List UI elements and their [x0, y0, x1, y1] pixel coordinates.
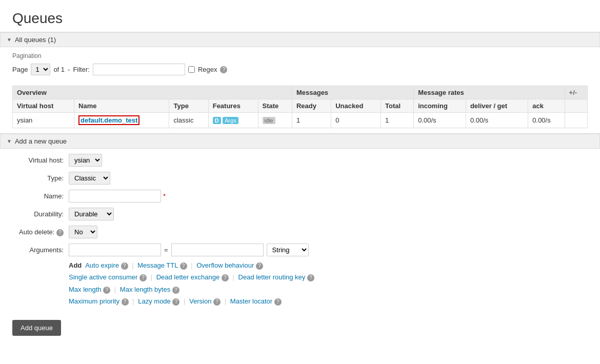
- queues-table: Overview Messages Message rates +/- Virt…: [12, 86, 588, 128]
- master-locator-help[interactable]: ?: [274, 298, 282, 306]
- name-label: Name:: [12, 192, 69, 200]
- add-link-max-length[interactable]: Max length: [69, 286, 102, 293]
- cell-total: 1: [381, 113, 414, 128]
- col-ack: ack: [528, 99, 565, 113]
- type-label: Type:: [12, 174, 69, 182]
- arg-key-input[interactable]: [69, 244, 161, 256]
- col-ready: Ready: [292, 99, 331, 113]
- cell-actions: [565, 113, 587, 128]
- add-link-dead-letter-routing-key[interactable]: Dead letter routing key: [238, 273, 306, 281]
- all-queues-section-header: ▼ All queues (1): [0, 32, 600, 47]
- cell-ack: 0.00/s: [528, 113, 565, 128]
- group-message-rates: Message rates: [414, 86, 565, 99]
- regex-label: Regex: [198, 66, 217, 73]
- add-queue-button[interactable]: Add queue: [12, 320, 61, 336]
- max-length-help[interactable]: ?: [103, 287, 110, 294]
- add-link-single-active-consumer[interactable]: Single active consumer: [69, 273, 137, 281]
- auto-delete-label: Auto delete: ?: [12, 228, 69, 236]
- col-state: State: [258, 99, 292, 113]
- auto-expire-help[interactable]: ?: [121, 262, 128, 270]
- dead-letter-routing-key-help[interactable]: ?: [307, 274, 314, 281]
- add-link-max-length-bytes[interactable]: Max length bytes: [120, 286, 170, 293]
- cell-ready: 1: [292, 113, 331, 128]
- virtual-host-select[interactable]: ysian: [69, 154, 102, 167]
- durability-row: Durability: Durable Transient: [12, 208, 588, 220]
- collapse-arrow[interactable]: ▼: [7, 37, 12, 43]
- col-deliver-get: deliver / get: [466, 99, 528, 113]
- name-input[interactable]: [69, 190, 161, 203]
- add-queue-section-header: ▼ Add a new queue: [0, 134, 600, 149]
- cell-unacked: 0: [331, 113, 381, 128]
- cell-features: D Args: [208, 113, 258, 128]
- add-link-lazy-mode[interactable]: Lazy mode: [138, 297, 171, 305]
- col-incoming: incoming: [414, 99, 466, 113]
- add-link-maximum-priority[interactable]: Maximum priority: [69, 297, 119, 305]
- queue-name-link[interactable]: default.demo_test: [78, 115, 139, 125]
- page-title: Queues: [0, 0, 600, 32]
- col-features: Features: [208, 99, 258, 113]
- add-link-overflow-behaviour[interactable]: Overflow behaviour: [196, 261, 254, 269]
- auto-delete-help-icon[interactable]: ?: [56, 229, 64, 236]
- add-link-master-locator[interactable]: Master locator: [230, 297, 272, 305]
- arguments-label: Arguments:: [12, 246, 69, 254]
- cell-virtual-host: ysian: [13, 113, 74, 128]
- add-link-dead-letter-exchange[interactable]: Dead letter exchange: [156, 273, 220, 281]
- page-of-total: of 1: [53, 66, 65, 73]
- regex-help-icon[interactable]: ?: [220, 66, 227, 73]
- arg-val-input[interactable]: [171, 244, 264, 256]
- filter-separator: -: [68, 66, 70, 73]
- auto-delete-select[interactable]: No Yes: [69, 226, 97, 238]
- add-queue-collapse-arrow[interactable]: ▼: [7, 138, 12, 144]
- add-label: Add: [69, 261, 82, 269]
- cell-name[interactable]: default.demo_test: [74, 113, 169, 128]
- col-plus-minus[interactable]: +/-: [565, 86, 587, 99]
- col-total: Total: [381, 99, 414, 113]
- add-queue-label: Add a new queue: [15, 137, 67, 145]
- arguments-row: Arguments: = String Number Boolean List: [12, 244, 588, 256]
- cell-incoming: 0.00/s: [414, 113, 466, 128]
- add-link-message-ttl[interactable]: Message TTL: [137, 261, 178, 269]
- durability-select[interactable]: Durable Transient: [69, 208, 114, 220]
- add-links-section: Add Auto expire ? | Message TTL ? | Over…: [69, 259, 588, 308]
- pagination-label: Pagination: [12, 52, 588, 59]
- page-select[interactable]: 1: [31, 64, 50, 75]
- queues-table-section: Overview Messages Message rates +/- Virt…: [0, 80, 600, 133]
- arg-equals: =: [164, 246, 168, 254]
- col-virtual-host: Virtual host: [13, 99, 74, 113]
- pagination-section: Pagination Page 1 of 1 - Filter: Regex ?: [0, 47, 600, 80]
- durability-label: Durability:: [12, 210, 69, 218]
- name-row: Name: *: [12, 190, 588, 203]
- regex-checkbox[interactable]: [188, 66, 195, 73]
- all-queues-label: All queues (1): [15, 36, 56, 44]
- col-empty: [565, 99, 587, 113]
- table-row: ysian default.demo_test classic D Args i…: [13, 113, 588, 128]
- add-link-version[interactable]: Version: [189, 297, 211, 305]
- cell-deliver-get: 0.00/s: [466, 113, 528, 128]
- lazy-mode-help[interactable]: ?: [172, 298, 179, 306]
- single-active-consumer-help[interactable]: ?: [139, 274, 147, 281]
- version-help[interactable]: ?: [213, 298, 221, 306]
- pagination-controls: Page 1 of 1 - Filter: Regex ?: [12, 64, 588, 75]
- col-unacked: Unacked: [331, 99, 381, 113]
- add-link-auto-expire[interactable]: Auto expire: [85, 261, 119, 269]
- arg-type-select[interactable]: String Number Boolean List: [267, 244, 309, 256]
- feature-args-tag[interactable]: Args: [223, 117, 238, 124]
- maximum-priority-help[interactable]: ?: [122, 298, 129, 306]
- filter-input[interactable]: [93, 64, 185, 75]
- type-select[interactable]: Classic Quorum: [69, 172, 110, 185]
- max-length-bytes-help[interactable]: ?: [172, 287, 179, 294]
- cell-state: idle: [258, 113, 292, 128]
- col-name: Name: [74, 99, 169, 113]
- dead-letter-exchange-help[interactable]: ?: [222, 274, 229, 281]
- auto-delete-row: Auto delete: ? No Yes: [12, 226, 588, 238]
- message-ttl-help[interactable]: ?: [180, 262, 187, 270]
- state-indicator: idle: [263, 117, 275, 124]
- feature-d-tag: D: [213, 117, 221, 124]
- virtual-host-row: Virtual host: ysian: [12, 154, 588, 167]
- type-row: Type: Classic Quorum: [12, 172, 588, 185]
- group-messages: Messages: [292, 86, 413, 99]
- add-queue-form: Virtual host: ysian Type: Classic Quorum…: [0, 149, 600, 315]
- overflow-behaviour-help[interactable]: ?: [256, 262, 263, 270]
- cell-type: classic: [169, 113, 208, 128]
- filter-label: Filter:: [73, 66, 90, 73]
